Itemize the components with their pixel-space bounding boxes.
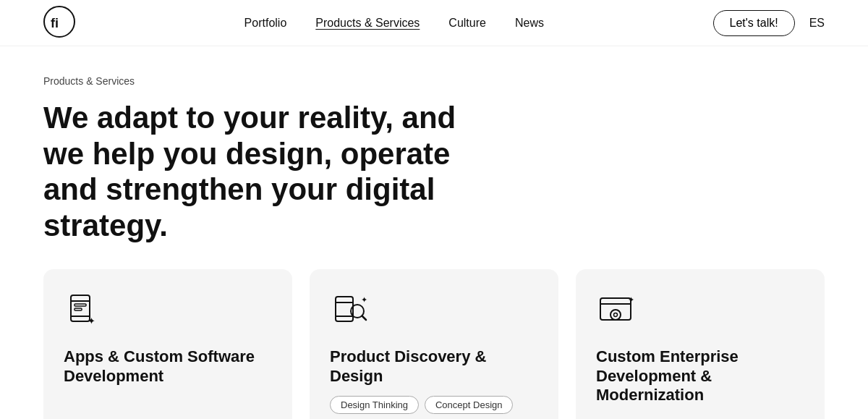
card-tags-product-discovery: Design Thinking Concept Design <box>330 396 538 414</box>
logo[interactable]: fi <box>43 6 75 41</box>
site-header: fi Portfolio Products & Services Culture… <box>0 0 868 46</box>
nav-products-services[interactable]: Products & Services <box>315 17 420 30</box>
card-icon-custom-apps: ✦ <box>64 289 107 333</box>
svg-text:fi: fi <box>51 16 59 30</box>
card-custom-enterprise: ✦ Custom Enterprise Development & Modern… <box>576 269 825 419</box>
nav-news[interactable]: News <box>515 17 544 30</box>
svg-point-17 <box>614 313 618 317</box>
header-right: Let's talk! ES <box>713 10 825 36</box>
card-icon-product-discovery: ✦ <box>330 289 373 333</box>
nav-portfolio[interactable]: Portfolio <box>244 17 287 30</box>
svg-line-12 <box>362 316 367 321</box>
svg-rect-8 <box>336 297 353 321</box>
card-title-custom-enterprise: Custom Enterprise Development & Moderniz… <box>596 347 804 405</box>
svg-point-16 <box>610 310 621 320</box>
card-product-discovery: ✦ Product Discovery & Design Design Thin… <box>310 269 558 419</box>
svg-rect-6 <box>75 308 82 310</box>
card-icon-custom-enterprise: ✦ <box>596 289 639 333</box>
svg-point-0 <box>44 7 75 37</box>
svg-text:✦: ✦ <box>361 295 367 304</box>
hero-heading: We adapt to your reality, and we help yo… <box>43 100 463 243</box>
breadcrumb: Products & Services <box>43 75 825 87</box>
main-content: Products & Services We adapt to your rea… <box>0 46 868 419</box>
card-title-custom-apps: Apps & Custom Software Development <box>64 347 272 386</box>
card-title-product-discovery: Product Discovery & Design <box>330 347 538 386</box>
language-switcher[interactable]: ES <box>809 17 825 30</box>
lets-talk-button[interactable]: Let's talk! <box>713 10 795 36</box>
svg-text:✦: ✦ <box>88 316 95 326</box>
main-nav: Portfolio Products & Services Culture Ne… <box>244 17 544 30</box>
card-custom-apps: ✦ Apps & Custom Software Development <box>43 269 292 419</box>
tag-design-thinking[interactable]: Design Thinking <box>330 396 419 414</box>
cards-row: ✦ Apps & Custom Software Development ✦ <box>43 269 825 419</box>
nav-culture[interactable]: Culture <box>448 17 486 30</box>
tag-concept-design[interactable]: Concept Design <box>425 396 514 414</box>
svg-rect-5 <box>75 304 86 306</box>
svg-text:✦: ✦ <box>628 295 634 304</box>
